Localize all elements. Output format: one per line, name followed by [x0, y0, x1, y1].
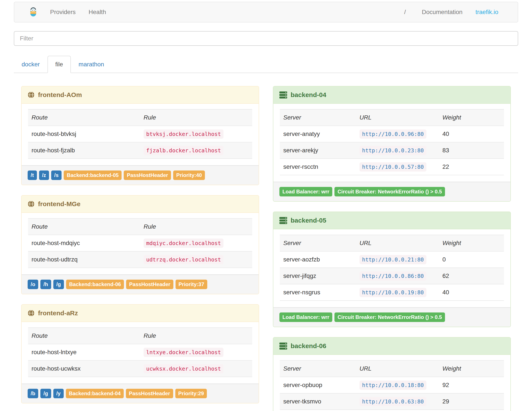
table-header-row: Route Rule: [28, 218, 252, 235]
globe-icon: [28, 91, 35, 98]
priority-label: Priority:29: [175, 389, 207, 398]
entry-path-label: /o: [28, 280, 38, 289]
rule-code: udtrzq.docker.localhost: [143, 255, 223, 264]
table-header-row: Server URL Weight: [280, 361, 504, 377]
route-name: route-host-ucwksx: [28, 361, 140, 377]
provider-tabs: docker file marathon: [14, 56, 518, 73]
globe-icon: [28, 310, 35, 317]
table-header-row: Route Rule: [28, 109, 252, 126]
backends-column: backend-04 Server URL Weight server-anat…: [273, 86, 511, 411]
server-name: server-updomo: [280, 410, 356, 411]
route-name: route-host-lntxye: [28, 344, 140, 361]
frontend-card-heading: frontend-AOm: [22, 87, 259, 104]
passhostheader-label: PassHostHeader: [124, 170, 171, 180]
table-row: server-aozfzb http://10.0.0.21:80 0: [280, 251, 504, 268]
route-name: route-host-fjzalb: [28, 142, 140, 159]
tab-file[interactable]: file: [48, 56, 71, 73]
column-header-url: URL: [356, 235, 439, 251]
tab-marathon[interactable]: marathon: [71, 56, 112, 73]
backend-card-body: Server URL Weight server-anatyy http://1…: [273, 104, 510, 182]
frontend-card-footer: /b /g /y Backend:backend-04 PassHostHead…: [22, 383, 259, 403]
rule-code: btvksj.docker.localhost: [143, 129, 223, 139]
column-header-url: URL: [356, 109, 439, 126]
column-header-weight: Weight: [439, 109, 504, 126]
rule-code: lntxye.docker.localhost: [143, 348, 223, 357]
circuit-breaker-label: Circuit Breaker: NetworkErrorRatio () > …: [334, 313, 445, 322]
server-weight: 40: [439, 284, 504, 301]
filter-input[interactable]: [14, 31, 518, 46]
passhostheader-label: PassHostHeader: [126, 280, 173, 289]
table-row: server-jifqgz http://10.0.0.86:80 62: [280, 268, 504, 284]
frontend-card: frontend-AOm Route Rule route-host-btvks…: [21, 86, 259, 185]
backend-card-heading: backend-05: [273, 212, 510, 229]
panel-title: backend-06: [291, 342, 326, 350]
server-weight: 62: [439, 268, 504, 284]
entry-path-label: /b: [28, 389, 38, 398]
entry-path-label: /h: [40, 280, 51, 289]
column-header-weight: Weight: [439, 235, 504, 251]
server-name: server-opbuop: [280, 377, 356, 393]
page-container: Providers Health / Documentation traefik…: [14, 2, 518, 411]
frontend-card-body: Route Rule route-host-btvksj btvksj.dock…: [22, 104, 259, 165]
panel-title: frontend-MGe: [38, 200, 81, 208]
nav-link-traefik-io[interactable]: traefik.io: [469, 9, 505, 16]
rule-code: fjzalb.docker.localhost: [143, 146, 223, 155]
entry-path-label: /z: [39, 170, 49, 180]
panel-title: backend-04: [291, 91, 326, 98]
server-url: http://10.0.0.96:80: [360, 129, 427, 139]
entry-path-label: /g: [53, 280, 64, 289]
server-url: http://10.0.0.21:80: [360, 255, 427, 264]
column-header-route: Route: [28, 328, 140, 344]
server-url: http://10.0.0.63:80: [360, 397, 427, 406]
table-row: route-host-mdqiyc mdqiyc.docker.localhos…: [28, 235, 252, 251]
frontends-column: frontend-AOm Route Rule route-host-btvks…: [21, 86, 259, 411]
table-header-row: Route Rule: [28, 328, 252, 344]
entry-path-label: /s: [51, 170, 62, 180]
nav-link-health[interactable]: Health: [82, 9, 113, 16]
table-row: server-updomo http://10.0.0.83:80 57: [280, 410, 504, 411]
route-name: route-host-btvksj: [28, 126, 140, 142]
entry-path-label: /g: [40, 389, 51, 398]
panel-title: frontend-AOm: [38, 91, 82, 98]
backend-ref-label: Backend:backend-05: [64, 170, 122, 180]
backend-card-body: Server URL Weight server-opbuop http://1…: [273, 355, 510, 411]
server-name: server-nsgrus: [280, 284, 356, 301]
server-weight: 40: [439, 126, 504, 142]
column-header-url: URL: [356, 361, 439, 377]
table-row: route-host-lntxye lntxye.docker.localhos…: [28, 344, 252, 361]
table-row: server-nsgrus http://10.0.0.19:80 40: [280, 284, 504, 301]
traefik-logo[interactable]: [29, 7, 38, 17]
table-row: server-anatyy http://10.0.0.96:80 40: [280, 126, 504, 142]
table-row: route-host-fjzalb fjzalb.docker.localhos…: [28, 142, 252, 159]
backend-card: backend-05 Server URL Weight server-aozf…: [273, 212, 511, 327]
server-weight: 0: [439, 251, 504, 268]
frontend-card: frontend-MGe Route Rule route-host-mdqiy…: [21, 195, 259, 294]
backend-ref-label: Backend:backend-04: [66, 389, 124, 398]
servers-icon: [279, 91, 287, 98]
table-row: server-opbuop http://10.0.0.18:80 92: [280, 377, 504, 393]
server-name: server-aozfzb: [280, 251, 356, 268]
backend-card: backend-04 Server URL Weight server-anat…: [273, 86, 511, 202]
rule-code: mdqiyc.docker.localhost: [143, 239, 223, 248]
server-weight: 57: [439, 410, 504, 411]
panel-title: backend-05: [291, 217, 326, 224]
frontend-card-body: Route Rule route-host-lntxye lntxye.dock…: [22, 322, 259, 383]
globe-icon: [28, 201, 35, 207]
load-balancer-label: Load Balancer: wrr: [279, 313, 332, 322]
backend-card-body: Server URL Weight server-aozfzb http://1…: [273, 229, 510, 307]
nav-link-providers[interactable]: Providers: [44, 9, 82, 16]
server-url: http://10.0.0.18:80: [360, 381, 427, 390]
frontend-card: frontend-aRz Route Rule route-host-lntxy…: [21, 304, 259, 403]
server-name: server-tksmvo: [280, 393, 356, 410]
circuit-breaker-label: Circuit Breaker: NetworkErrorRatio () > …: [334, 187, 445, 196]
server-weight: 92: [439, 377, 504, 393]
tab-docker[interactable]: docker: [14, 56, 48, 73]
server-name: server-anatyy: [280, 126, 356, 142]
table-row: route-host-udtrzq udtrzq.docker.localhos…: [28, 251, 252, 268]
backend-card-heading: backend-06: [273, 338, 510, 355]
backend-card: backend-06 Server URL Weight server-opbu…: [273, 337, 511, 411]
navbar: Providers Health / Documentation traefik…: [14, 2, 518, 22]
column-header-server: Server: [280, 361, 356, 377]
content-row: frontend-AOm Route Rule route-host-btvks…: [14, 73, 518, 411]
nav-link-documentation[interactable]: Documentation: [415, 9, 469, 16]
